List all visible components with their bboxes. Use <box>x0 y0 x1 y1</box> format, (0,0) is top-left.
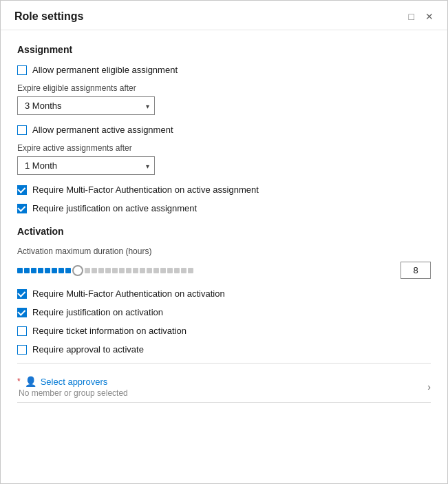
slider-segment <box>167 268 173 273</box>
duration-label: Activation maximum duration (hours) <box>17 246 431 256</box>
expire-eligible-group: Expire eligible assignments after 3 Mont… <box>17 83 431 115</box>
require-mfa-active-label: Require Multi-Factor Authentication on a… <box>32 185 259 195</box>
dialog-title: Role settings <box>14 10 83 23</box>
require-justification-activation-checkbox[interactable] <box>17 308 27 317</box>
slider-segment <box>133 268 138 273</box>
require-mfa-activation-checkbox[interactable] <box>17 289 27 299</box>
require-justification-activation-label: Require justification on activation <box>32 307 163 317</box>
slider-value-box[interactable]: 8 <box>401 262 431 279</box>
slider-segment <box>24 268 30 273</box>
slider-segment <box>140 268 145 273</box>
slider-segment <box>31 268 36 273</box>
require-justification-active-label: Require justification on active assignme… <box>32 203 197 213</box>
role-settings-dialog: Role settings □ ✕ Assignment Allow perma… <box>0 0 448 484</box>
expire-active-group: Expire active assignments after 1 Month … <box>17 143 431 175</box>
require-mfa-active-checkbox[interactable] <box>17 185 27 195</box>
slider-segment <box>105 268 111 273</box>
require-justification-active-checkbox[interactable] <box>17 204 27 213</box>
approvers-title: Select approvers <box>41 377 108 387</box>
require-mfa-active-row[interactable]: Require Multi-Factor Authentication on a… <box>17 185 431 195</box>
activation-section: Activation Activation maximum duration (… <box>17 226 431 355</box>
allow-permanent-active-row[interactable]: Allow permanent active assignment <box>17 125 431 135</box>
slider-segment <box>126 268 131 273</box>
allow-permanent-eligible-row[interactable]: Allow permanent eligible assignment <box>17 65 431 75</box>
require-ticket-activation-checkbox[interactable] <box>17 326 27 336</box>
expire-active-label: Expire active assignments after <box>17 143 431 153</box>
slider-segment <box>38 268 43 273</box>
slider-segment <box>45 268 50 273</box>
dialog-header: Role settings □ ✕ <box>1 1 447 30</box>
slider-segment <box>153 268 159 273</box>
require-approval-label: Require approval to activate <box>32 344 144 355</box>
assignment-section-title: Assignment <box>17 44 431 55</box>
slider-row: 8 <box>17 262 431 279</box>
slider-segment <box>98 268 104 273</box>
assignment-section: Assignment Allow permanent eligible assi… <box>17 44 431 213</box>
slider-segment <box>147 268 152 273</box>
expire-active-select-wrapper: 1 Month 3 Months 6 Months 1 Year Never ▾ <box>17 156 155 175</box>
require-ticket-activation-row[interactable]: Require ticket information on activation <box>17 326 431 336</box>
slider-segment <box>160 268 166 273</box>
slider-container[interactable] <box>17 264 392 277</box>
slider-segment <box>174 268 180 273</box>
require-mfa-activation-row[interactable]: Require Multi-Factor Authentication on a… <box>17 288 431 299</box>
require-mfa-activation-label: Require Multi-Factor Authentication on a… <box>32 288 225 299</box>
allow-permanent-eligible-checkbox[interactable] <box>17 65 27 75</box>
dialog-body: Assignment Allow permanent eligible assi… <box>1 30 447 483</box>
approvers-label-row: * 👤 Select approvers <box>17 376 128 387</box>
slider-segment <box>85 268 90 273</box>
duration-group: Activation maximum duration (hours) 8 <box>17 246 431 279</box>
maximize-button[interactable]: □ <box>406 10 417 23</box>
allow-permanent-active-checkbox[interactable] <box>17 125 27 135</box>
require-approval-checkbox[interactable] <box>17 345 27 355</box>
approvers-section: * 👤 Select approvers No member or group … <box>17 363 431 403</box>
approvers-left: * 👤 Select approvers No member or group … <box>17 376 128 398</box>
require-approval-row[interactable]: Require approval to activate <box>17 344 431 355</box>
expire-active-select[interactable]: 1 Month 3 Months 6 Months 1 Year Never <box>17 156 155 175</box>
slider-segment <box>119 268 125 273</box>
slider-segment <box>112 268 118 273</box>
approvers-subtitle: No member or group selected <box>19 388 128 398</box>
allow-permanent-active-label: Allow permanent active assignment <box>32 125 173 135</box>
slider-segment <box>188 268 193 273</box>
require-justification-active-row[interactable]: Require justification on active assignme… <box>17 203 431 213</box>
expire-eligible-select[interactable]: 3 Months 1 Month 6 Months 1 Year Never <box>17 96 155 115</box>
header-actions: □ ✕ <box>406 10 436 23</box>
close-button[interactable]: ✕ <box>423 10 436 23</box>
approvers-row[interactable]: * 👤 Select approvers No member or group … <box>17 372 431 403</box>
activation-section-title: Activation <box>17 226 431 237</box>
approvers-person-icon: 👤 <box>25 376 36 387</box>
slider-thumb[interactable] <box>72 265 83 276</box>
required-star: * <box>17 377 21 386</box>
slider-segment <box>58 268 64 273</box>
require-justification-activation-row[interactable]: Require justification on activation <box>17 307 431 317</box>
require-ticket-activation-label: Require ticket information on activation <box>32 326 186 336</box>
slider-segment <box>65 268 71 273</box>
expire-eligible-label: Expire eligible assignments after <box>17 83 431 93</box>
slider-track-visual <box>17 268 392 273</box>
slider-segment <box>17 268 23 273</box>
allow-permanent-eligible-label: Allow permanent eligible assignment <box>32 65 178 75</box>
expire-eligible-select-wrapper: 3 Months 1 Month 6 Months 1 Year Never ▾ <box>17 96 155 115</box>
approvers-chevron-right-icon: › <box>427 381 431 392</box>
slider-segment <box>52 268 57 273</box>
slider-segment <box>92 268 97 273</box>
slider-segment <box>181 268 186 273</box>
